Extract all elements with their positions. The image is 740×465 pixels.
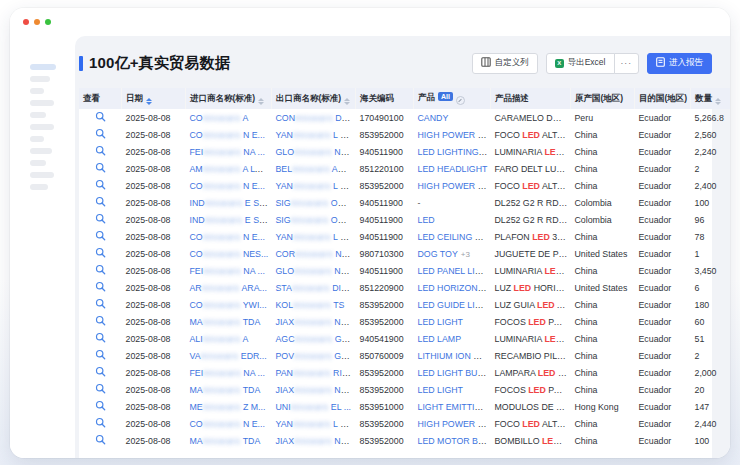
view-detail-icon[interactable] bbox=[95, 349, 106, 360]
table-row[interactable]: 2025-08-08 AMmnoears A LTDA BELmnoears A… bbox=[79, 160, 730, 177]
view-detail-icon[interactable] bbox=[95, 128, 106, 139]
table-row[interactable]: 2025-08-08 MAmnoears TDA JIAXmnoears NGT… bbox=[79, 432, 730, 449]
importer-link[interactable]: COmnoears YWI... bbox=[190, 300, 267, 310]
product-link[interactable]: LED GUIDE LIGHT T bbox=[418, 300, 491, 310]
table-row[interactable]: 2025-08-08 COmnoears N E... YANmnoears L… bbox=[79, 126, 730, 143]
product-link[interactable]: HIGH POWER LED F bbox=[418, 130, 491, 140]
col-header-exporter[interactable]: 出口商名称(标准) bbox=[272, 88, 356, 109]
table-row[interactable]: 2025-08-08 ALImnoears A AGCmnoears G C..… bbox=[79, 330, 730, 347]
product-link[interactable]: LED HORIZONTAL bbox=[418, 283, 491, 293]
more-actions-button[interactable]: ··· bbox=[614, 53, 640, 74]
exporter-link[interactable]: POVmnoears GR... bbox=[276, 351, 355, 361]
exporter-link[interactable]: YANmnoears L LI... bbox=[276, 419, 355, 429]
table-row[interactable]: 2025-08-08 COmnoears N E... YANmnoears L… bbox=[79, 177, 730, 194]
table-row[interactable]: 2025-08-08 INDmnoears E SIS... SIGmnoear… bbox=[79, 194, 730, 211]
product-link[interactable]: LED LIGHT bbox=[418, 317, 463, 327]
importer-link[interactable]: COmnoears N E... bbox=[190, 130, 265, 140]
view-detail-icon[interactable] bbox=[95, 400, 106, 411]
view-detail-icon[interactable] bbox=[95, 366, 106, 377]
importer-link[interactable]: MEmnoears Z M... bbox=[190, 402, 266, 412]
table-row[interactable]: 2025-08-08 INDmnoears E SIS... SIGmnoear… bbox=[79, 211, 730, 228]
window-minimize-button[interactable] bbox=[34, 19, 40, 25]
importer-link[interactable]: MAmnoears TDA bbox=[190, 317, 261, 327]
view-detail-icon[interactable] bbox=[95, 111, 106, 122]
view-detail-icon[interactable] bbox=[95, 264, 106, 275]
customize-columns-button[interactable]: 自定义列 bbox=[472, 53, 538, 74]
product-link[interactable]: LITHIUM ION BATTE bbox=[418, 351, 491, 361]
product-more-count[interactable]: +1 bbox=[484, 403, 491, 412]
exporter-link[interactable]: YANmnoears L LI... bbox=[276, 232, 355, 242]
view-detail-icon[interactable] bbox=[95, 332, 106, 343]
view-detail-icon[interactable] bbox=[95, 247, 106, 258]
sort-icon[interactable] bbox=[344, 98, 350, 105]
sort-icon[interactable] bbox=[146, 98, 152, 105]
exporter-link[interactable]: CORmnoears NES... bbox=[276, 249, 356, 259]
exporter-link[interactable]: KOLmnoears TS bbox=[276, 300, 345, 310]
view-detail-icon[interactable] bbox=[95, 162, 106, 173]
col-header-importer[interactable]: 进口商名称(标准) bbox=[186, 88, 272, 109]
product-link[interactable]: LED LAMP bbox=[418, 334, 462, 344]
table-row[interactable]: 2025-08-08 COmnoears YWI... KOLmnoears T… bbox=[79, 296, 730, 313]
exporter-link[interactable]: GLOmnoears NT ... bbox=[276, 147, 356, 157]
importer-link[interactable]: ALImnoears A bbox=[190, 334, 249, 344]
product-link[interactable]: CANDY bbox=[418, 113, 449, 123]
view-detail-icon[interactable] bbox=[95, 315, 106, 326]
importer-link[interactable]: FEImnoears NA ... bbox=[190, 147, 265, 157]
table-row[interactable]: 2025-08-08 COmnoears N E... YANmnoears L… bbox=[79, 415, 730, 432]
product-more-count[interactable]: +1 bbox=[485, 267, 491, 276]
importer-link[interactable]: MAmnoears TDA bbox=[190, 436, 261, 446]
sort-icon[interactable] bbox=[258, 98, 264, 105]
view-detail-icon[interactable] bbox=[95, 281, 106, 292]
window-zoom-button[interactable] bbox=[45, 19, 51, 25]
table-row[interactable]: 2025-08-08 ARmnoears ARA... STAmnoears D… bbox=[79, 279, 730, 296]
exporter-link[interactable]: JIAXmnoears NGT... bbox=[276, 317, 356, 327]
importer-link[interactable]: MAmnoears TDA bbox=[190, 385, 261, 395]
importer-link[interactable]: FEImnoears NA ... bbox=[190, 266, 265, 276]
product-edit-icon[interactable] bbox=[456, 96, 465, 105]
importer-link[interactable]: COmnoears A bbox=[190, 113, 249, 123]
product-link[interactable]: LED MOTOR BULB bbox=[418, 436, 491, 446]
exporter-link[interactable]: YANmnoears L LI... bbox=[276, 130, 355, 140]
exporter-link[interactable]: JIAXmnoears NGT... bbox=[276, 385, 356, 395]
col-header-date[interactable]: 日期 bbox=[122, 88, 186, 109]
enter-report-button[interactable]: 进入报告 bbox=[647, 53, 712, 74]
importer-link[interactable]: COmnoears NES... bbox=[190, 249, 269, 259]
product-link[interactable]: HIGH POWER LED F bbox=[418, 181, 491, 191]
importer-link[interactable]: COmnoears N E... bbox=[190, 181, 265, 191]
exporter-link[interactable]: PANmnoears RIC... bbox=[276, 368, 356, 378]
table-row[interactable]: 2025-08-08 FEImnoears NA ... GLOmnoears … bbox=[79, 143, 730, 160]
view-detail-icon[interactable] bbox=[95, 196, 106, 207]
exporter-link[interactable]: AGCmnoears G C... bbox=[276, 334, 356, 344]
exporter-link[interactable]: JIAXmnoears NGT... bbox=[276, 436, 356, 446]
importer-link[interactable]: COmnoears N E... bbox=[190, 232, 265, 242]
importer-link[interactable]: ARmnoears ARA... bbox=[190, 283, 267, 293]
product-link[interactable]: LED LIGHT bbox=[418, 385, 463, 395]
exporter-link[interactable]: GLOmnoears NT ... bbox=[276, 266, 356, 276]
exporter-link[interactable]: SIGmnoears OMB... bbox=[276, 198, 356, 208]
importer-link[interactable]: FEImnoears NA ... bbox=[190, 368, 265, 378]
table-row[interactable]: 2025-08-08 COmnoears N E... YANmnoears L… bbox=[79, 228, 730, 245]
view-detail-icon[interactable] bbox=[95, 417, 106, 428]
table-row[interactable]: 2025-08-08 FEImnoears NA ... GLOmnoears … bbox=[79, 262, 730, 279]
table-row[interactable]: 2025-08-08 COmnoears NES... CORmnoears N… bbox=[79, 245, 730, 262]
table-row[interactable]: 2025-08-08 VAmnoears EDR... POVmnoears G… bbox=[79, 347, 730, 364]
exporter-link[interactable]: UNImnoears EL ... bbox=[276, 402, 352, 412]
exporter-link[interactable]: CONmnoears DEL ... bbox=[276, 113, 356, 123]
view-detail-icon[interactable] bbox=[95, 434, 106, 445]
view-detail-icon[interactable] bbox=[95, 179, 106, 190]
product-link[interactable]: LED LIGHTING bbox=[418, 147, 488, 157]
table-row[interactable]: 2025-08-08 MAmnoears TDA JIAXmnoears NGT… bbox=[79, 381, 730, 398]
window-close-button[interactable] bbox=[23, 19, 29, 25]
importer-link[interactable]: VAmnoears EDR... bbox=[190, 351, 267, 361]
product-more-count[interactable]: +3 bbox=[461, 250, 470, 259]
view-detail-icon[interactable] bbox=[95, 383, 106, 394]
product-link[interactable]: LED HEADLIGHT bbox=[418, 164, 488, 174]
exporter-link[interactable]: STAmnoears DIST... bbox=[276, 283, 356, 293]
product-link[interactable]: LED bbox=[418, 215, 435, 225]
product-link[interactable]: LIGHT EMITTIN bbox=[418, 402, 484, 412]
importer-link[interactable]: INDmnoears E SIS... bbox=[190, 215, 272, 225]
table-row[interactable]: 2025-08-08 FEImnoears NA ... PANmnoears … bbox=[79, 364, 730, 381]
exporter-link[interactable]: BELmnoears AND... bbox=[276, 164, 356, 174]
col-header-quantity[interactable]: 数量 bbox=[691, 88, 731, 109]
product-link[interactable]: LED LIGHT BULB bbox=[418, 368, 489, 378]
